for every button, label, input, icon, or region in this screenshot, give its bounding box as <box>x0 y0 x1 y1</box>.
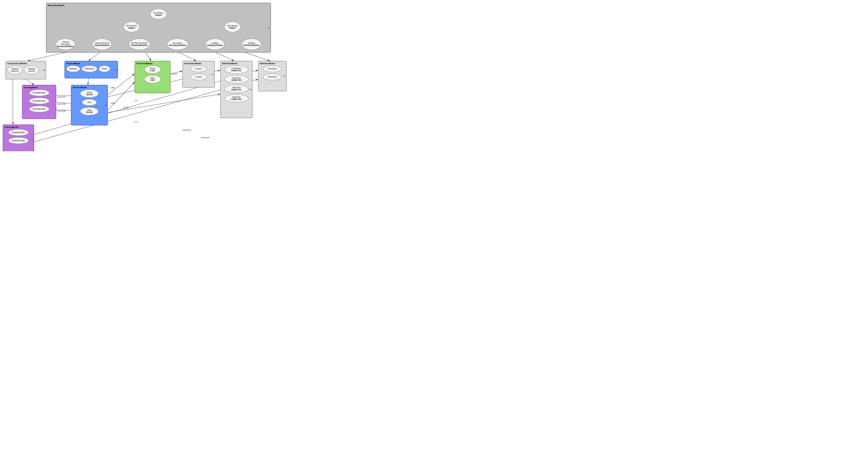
repo-scroll-indicator: ≪ <box>268 26 270 29</box>
campus-docs-partition: Campus Documents DocumentPartition <box>56 38 75 50</box>
campus-subject-node: My Campus Subject <box>150 9 167 19</box>
dg-lower-1: DrawingGraphic <box>8 129 29 136</box>
my-functions-subject-node: My Functions Subject <box>123 22 140 32</box>
dg-upper-3: DrawingGraphic <box>29 106 50 112</box>
doc-list-model-title: DocumentListModel <box>7 62 44 64</box>
fulfills-label-2: fulfills <box>111 103 115 105</box>
functional-model-title: FunctionalModel <box>136 62 168 64</box>
campus-subject-line1: My Campus <box>154 12 163 14</box>
building1-node: Building1 <box>66 65 80 72</box>
pump-sn123-node: Pump SN-123 <box>80 89 99 97</box>
drawing-lower-scroll: ≪ <box>31 138 33 140</box>
svg-line-11 <box>89 52 100 61</box>
valve-sn234-node: Valve SN-234 <box>80 107 99 115</box>
repo-model-title: RepositoryModel <box>48 4 269 6</box>
valvetype-acme-vg2: ValveType ACME-V-G2 <box>224 94 248 103</box>
fulfills-label-1: fulfills <box>111 87 115 89</box>
svg-line-18 <box>88 78 89 85</box>
repository-model-box: RepositoryModel My Campus Subject My Fun… <box>46 3 271 53</box>
group2-node: Group2 <box>190 74 207 80</box>
drawing-layout1-node: Drawing Layout1 <box>24 65 39 74</box>
info-model-scroll: ≪ <box>211 73 214 76</box>
represents-label-1: represents <box>57 96 66 98</box>
represents-label-3: represents <box>57 110 66 112</box>
represents-label-5: represents <box>201 137 210 139</box>
def-right-scroll: ≪ <box>283 75 286 78</box>
phys-bottom-scroll: ≪ <box>104 104 107 107</box>
group1-node: Group1 <box>190 65 207 72</box>
catalog1-partition: Catalog1 DefinitionPartition <box>205 38 225 50</box>
my-functions-line2: Subject <box>128 27 135 29</box>
physical-model-top-title: PhysicalModel <box>66 62 116 64</box>
dg-lower-2: DrawingGraphic <box>8 137 29 144</box>
valvetype-acme-vg1: ValveType ACME-V-G1 <box>224 85 248 93</box>
groups-label-1: groups <box>172 73 177 75</box>
definition-model-right-title: DefinitionModel <box>260 62 285 64</box>
svg-line-14 <box>215 52 234 61</box>
dg-upper-1: DrawingGraphic <box>29 89 50 96</box>
phys-top-scroll: ≪ <box>115 68 117 71</box>
my-catalogs-line1: My Catalogs <box>227 25 238 27</box>
svg-line-15 <box>244 52 270 61</box>
pipe-node: Pipe <box>82 99 97 106</box>
is-of-label-2: is of <box>134 121 138 123</box>
pumptype-acme-pe2: PumpType ACME-P-E2 <box>224 75 248 83</box>
my-functions-line1: My Functions <box>126 25 137 27</box>
represents-label-2: represents <box>57 103 66 105</box>
drawing-model-upper-box: DrawingModel DrawingGraphic DrawingGraph… <box>22 85 56 119</box>
parkinglot1-node: ParkingLot1 <box>82 65 97 72</box>
groups-label-2: groups <box>123 107 129 109</box>
svg-line-10 <box>28 52 67 61</box>
definition-model-left-title: DefinitionModel <box>222 62 251 64</box>
svg-line-13 <box>178 52 196 61</box>
catalog2-partition: Catalog2 DefinitionPartition <box>242 38 261 50</box>
represents-label-4: represents <box>182 129 191 131</box>
svg-line-23 <box>107 82 134 111</box>
def-left-scroll: ≪ <box>249 88 252 91</box>
my-groups-partition: My Groups InformationPartition <box>167 38 188 50</box>
definition-model-left-box: DefinitionModel PumpType1 ACME-P-E1 Pump… <box>220 61 252 118</box>
physical-model-bottom-title: PhysicalModel <box>73 86 106 89</box>
svg-line-26 <box>107 94 220 113</box>
svg-line-16 <box>26 79 34 85</box>
campus-physical-partition: Campus Physical PhysicalPartition <box>92 38 112 50</box>
physical-model-top-box: PhysicalModel Building1 ParkingLot1 Plan… <box>64 61 118 78</box>
campus-subject-line2: Subject <box>155 14 162 16</box>
pumptype-right-1: PumpType <box>263 65 282 72</box>
doc-list-scroll: ≪ <box>42 68 45 71</box>
my-catalogs-line2: Subject <box>229 27 236 29</box>
drawing-model-lower-title: DrawingModel <box>5 126 32 128</box>
svg-line-12 <box>146 52 151 61</box>
doc-list-model-box: DocumentListModel Drawing Diagram1 Drawi… <box>5 61 46 79</box>
plant1-node: Plant1 <box>99 65 110 72</box>
functional-model-box: FunctionalModel Pump P-101 Valve V-101 <box>134 61 170 93</box>
my-plant-functional-partition: My Plant Functional FunctionalPartition <box>129 38 150 50</box>
pump-p101-node: Pump P-101 <box>144 65 161 74</box>
drawing-model-upper-title: DrawingModel <box>24 86 54 89</box>
is-of-label-1: is of <box>134 99 138 102</box>
pumptype1-acme-pe1: PumpType1 ACME-P-E1 <box>224 65 248 74</box>
information-model-title: InformationModel <box>184 62 213 64</box>
valve-v101-node: Valve V-101 <box>144 75 161 83</box>
pumptype-right-2: PumpType <box>263 74 282 80</box>
definition-model-right-box: DefinitionModel PumpType PumpType ≪ <box>258 61 286 91</box>
information-model-box: InformationModel Group1 Group2 ≪ <box>182 61 215 88</box>
diagram-container: RepositoryModel My Campus Subject My Fun… <box>2 2 278 149</box>
drawing-diagram1-node: Drawing Diagram1 <box>7 65 23 74</box>
physical-model-bottom-box: PhysicalModel Pump SN-123 Pipe Valve SN-… <box>71 85 108 125</box>
drawing-model-lower-box: DrawingModel DrawingGraphic DrawingGraph… <box>3 124 34 151</box>
my-catalogs-subject-node: My Catalogs Subject <box>224 22 241 32</box>
dg-upper-2: DrawingGraphic <box>29 97 50 104</box>
